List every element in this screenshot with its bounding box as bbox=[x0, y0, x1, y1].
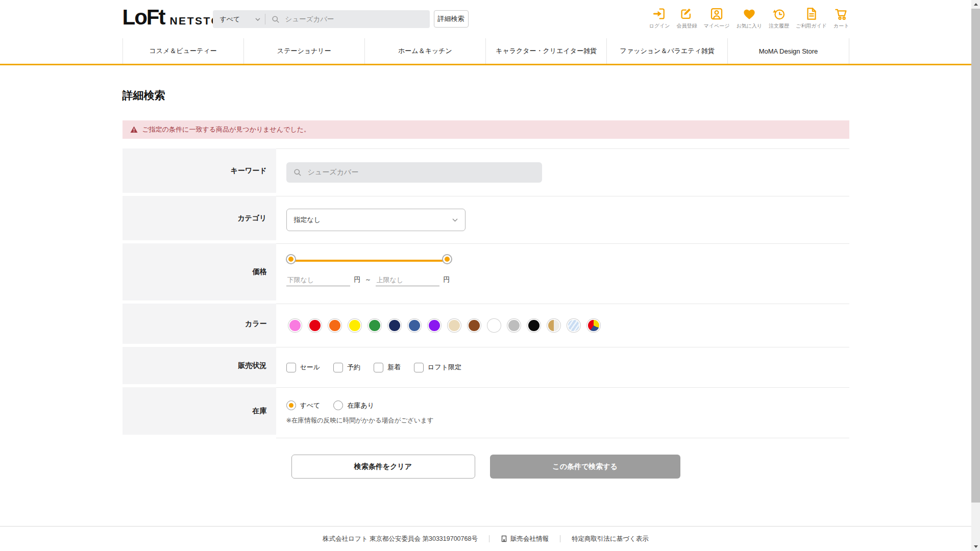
nav-item-fashion-variety[interactable]: ファッション＆バラエティ雑貨 bbox=[606, 38, 727, 64]
form-row-keyword: キーワード bbox=[122, 148, 849, 196]
search-icon bbox=[272, 15, 280, 23]
scroll-down-arrow-icon bbox=[974, 545, 978, 548]
checkbox-box bbox=[414, 363, 424, 372]
scrollbar-thumb[interactable] bbox=[971, 9, 980, 503]
page-title: 詳細検索 bbox=[122, 88, 849, 103]
footer-company-text: 株式会社ロフト 東京都公安委員会 第303319700768号 bbox=[323, 535, 478, 543]
chevron-down-icon bbox=[452, 218, 458, 222]
register-link[interactable]: 会員登録 bbox=[676, 6, 697, 30]
nav-item-character-goods[interactable]: キャラクター・クリエイター雑貨 bbox=[485, 38, 606, 64]
search-category-select[interactable]: すべて bbox=[213, 10, 265, 28]
footer-divider bbox=[560, 535, 560, 542]
login-icon bbox=[652, 6, 667, 21]
footer-link-commerce-law[interactable]: 特定商取引法に基づく表示 bbox=[572, 535, 649, 543]
header-search-input[interactable] bbox=[284, 15, 412, 23]
stock-note: ※在庫情報の反映に時間がかかる場合がございます bbox=[286, 416, 849, 425]
mypage-icon bbox=[709, 6, 724, 21]
color-swatch-beige[interactable] bbox=[449, 320, 460, 331]
checkbox-box bbox=[374, 363, 383, 372]
guide-link[interactable]: ご利用ガイド bbox=[796, 6, 827, 30]
color-swatch-orange[interactable] bbox=[329, 320, 340, 331]
sales-status-options: セール 予約 新着 ロフト限定 bbox=[286, 347, 849, 387]
keyword-input[interactable] bbox=[307, 168, 542, 177]
radio-all[interactable]: すべて bbox=[286, 400, 321, 410]
cart-link[interactable]: カート bbox=[834, 6, 849, 30]
color-swatch-black[interactable] bbox=[528, 320, 540, 331]
header-quick-links: ログイン 会員登録 マイページ お気に入り 注文履歴 bbox=[649, 6, 849, 30]
checkbox-loft-limited[interactable]: ロフト限定 bbox=[414, 363, 461, 372]
footer-divider bbox=[489, 535, 489, 542]
search-category-value: すべて bbox=[220, 15, 240, 24]
color-swatch-multicolor[interactable] bbox=[588, 320, 599, 331]
form-row-stock: 在庫 すべて 在庫あり ※在庫情報の反映に時間がかかる場合がございます bbox=[122, 387, 849, 438]
nav-item-stationery[interactable]: ステーショナリー bbox=[243, 38, 364, 64]
color-swatch-navy[interactable] bbox=[389, 320, 400, 331]
color-swatch-white[interactable] bbox=[488, 320, 500, 331]
form-row-price: 価格 円 ～ 円 bbox=[122, 243, 849, 304]
order-history-link[interactable]: 注文履歴 bbox=[769, 6, 789, 30]
scroll-down-button[interactable] bbox=[971, 542, 980, 551]
color-swatch-gray[interactable] bbox=[508, 320, 520, 331]
color-swatch-green[interactable] bbox=[369, 320, 380, 331]
nav-item-home-kitchen[interactable]: ホーム＆キッチン bbox=[364, 38, 485, 64]
stock-options: すべて 在庫あり bbox=[286, 400, 849, 410]
form-row-category: カテゴリ 指定なし bbox=[122, 196, 849, 243]
site-header: LoFt NETSTORE すべて 詳細検索 bbox=[0, 0, 971, 38]
warning-icon bbox=[130, 126, 138, 133]
sales-status-label: 販売状況 bbox=[122, 347, 276, 384]
form-row-sales-status: 販売状況 セール 予約 新着 bbox=[122, 347, 849, 387]
main-content: 詳細検索 ご指定の条件に一致する商品が見つかりませんでした。 キーワード カテゴ… bbox=[122, 88, 849, 479]
login-link[interactable]: ログイン bbox=[649, 6, 670, 30]
color-swatch-clear[interactable] bbox=[568, 320, 579, 331]
price-max-input[interactable] bbox=[376, 274, 439, 286]
slider-track[interactable] bbox=[292, 260, 446, 262]
checkbox-box bbox=[286, 363, 296, 372]
color-swatch-gold-silver[interactable] bbox=[548, 320, 559, 331]
color-swatch-blue[interactable] bbox=[409, 320, 420, 331]
category-select[interactable]: 指定なし bbox=[286, 209, 465, 231]
color-swatch-yellow[interactable] bbox=[349, 320, 360, 331]
no-results-alert: ご指定の条件に一致する商品が見つかりませんでした。 bbox=[122, 120, 849, 139]
form-actions: 検索条件をクリア この条件で検索する bbox=[122, 455, 849, 479]
checkbox-preorder[interactable]: 予約 bbox=[333, 363, 360, 372]
favorites-link[interactable]: お気に入り bbox=[736, 6, 762, 30]
checkbox-sale[interactable]: セール bbox=[286, 363, 321, 372]
cart-icon bbox=[834, 6, 849, 21]
price-inputs: 円 ～ 円 bbox=[286, 274, 849, 286]
guide-document-icon bbox=[804, 6, 819, 21]
main-nav: コスメ＆ビューティー ステーショナリー ホーム＆キッチン キャラクター・クリエイ… bbox=[0, 38, 971, 65]
slider-handle-min[interactable] bbox=[287, 255, 295, 263]
form-row-color: カラー bbox=[122, 304, 849, 347]
scroll-up-arrow-icon bbox=[974, 3, 978, 6]
price-separator: ～ bbox=[365, 275, 372, 286]
site-footer: 株式会社ロフト 東京都公安委員会 第303319700768号 販売会社情報 特… bbox=[0, 526, 971, 551]
price-max-unit: 円 bbox=[444, 275, 450, 286]
price-range-slider bbox=[292, 255, 446, 266]
search-with-conditions-button[interactable]: この条件で検索する bbox=[490, 455, 680, 479]
footer-link-company-info[interactable]: 販売会社情報 bbox=[501, 535, 549, 543]
error-message: ご指定の条件に一致する商品が見つかりませんでした。 bbox=[142, 125, 311, 134]
radio-dot bbox=[289, 403, 293, 408]
price-min-unit: 円 bbox=[354, 275, 361, 286]
radio-in-stock[interactable]: 在庫あり bbox=[333, 400, 374, 410]
search-icon bbox=[293, 168, 302, 177]
mypage-link[interactable]: マイページ bbox=[703, 6, 729, 30]
nav-item-moma[interactable]: MoMA Design Store bbox=[727, 38, 849, 64]
scroll-up-button[interactable] bbox=[971, 0, 980, 9]
color-swatch-purple[interactable] bbox=[429, 320, 440, 331]
slider-handle-max[interactable] bbox=[443, 255, 451, 263]
heart-icon bbox=[742, 6, 757, 21]
category-selected-value: 指定なし bbox=[294, 215, 321, 224]
nav-item-cosmetics[interactable]: コスメ＆ビューティー bbox=[122, 38, 243, 64]
color-swatch-red[interactable] bbox=[309, 320, 321, 331]
price-min-input[interactable] bbox=[286, 274, 350, 286]
radio-circle-selected bbox=[286, 400, 296, 410]
clear-conditions-button[interactable]: 検索条件をクリア bbox=[291, 455, 475, 479]
color-swatch-brown[interactable] bbox=[469, 320, 480, 331]
color-swatch-pink[interactable] bbox=[289, 320, 301, 331]
chevron-down-icon bbox=[255, 18, 260, 21]
detail-search-button[interactable]: 詳細検索 bbox=[434, 10, 469, 28]
form-bottom-divider bbox=[276, 438, 849, 438]
checkbox-new-arrival[interactable]: 新着 bbox=[374, 363, 401, 372]
vertical-scrollbar[interactable] bbox=[971, 0, 980, 551]
